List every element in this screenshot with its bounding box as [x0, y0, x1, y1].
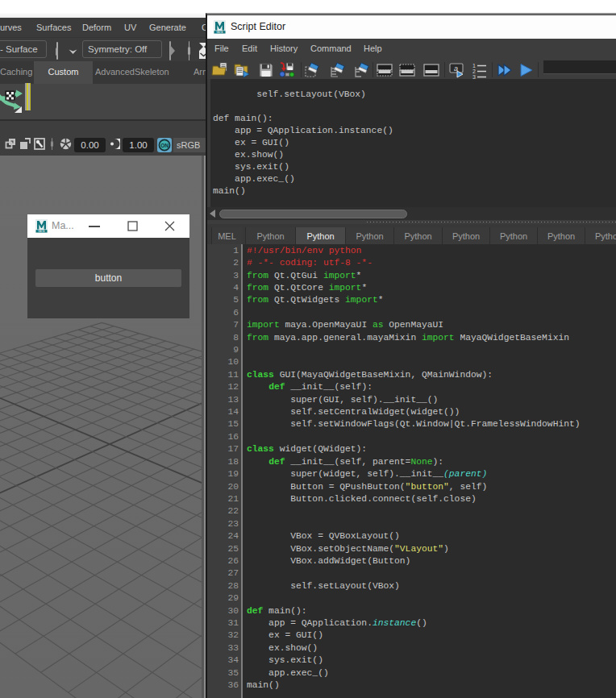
svg-text:MAYA: MAYA — [38, 230, 44, 233]
svg-text:2: 2 — [472, 69, 476, 74]
svg-text:ON: ON — [160, 143, 169, 148]
svg-text:1: 1 — [472, 63, 476, 69]
svg-text:MAYA: MAYA — [216, 31, 223, 34]
